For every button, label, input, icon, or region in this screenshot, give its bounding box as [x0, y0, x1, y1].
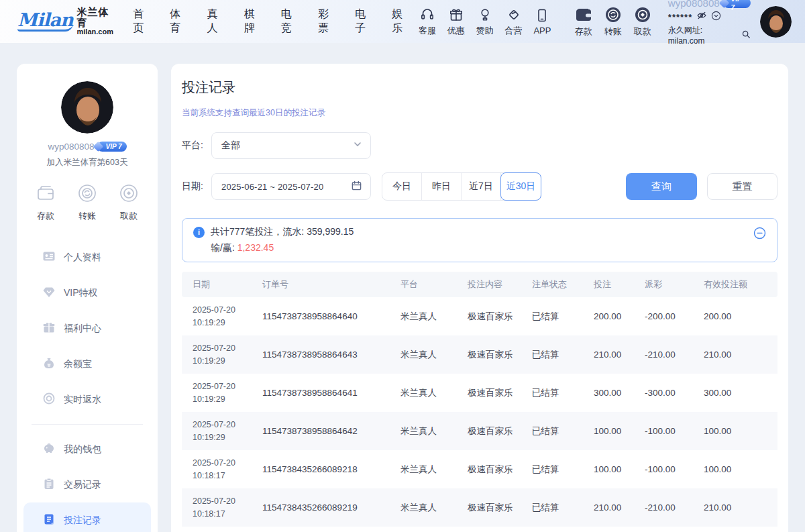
chevron-down-icon: [353, 140, 362, 152]
page: Milan 米兰体育 milan.com 首页 体育 真人 棋牌 电竞 彩票 电…: [0, 0, 805, 532]
phone-icon: [534, 7, 550, 23]
sponsor-button[interactable]: 赞助: [470, 7, 499, 37]
sidebar-menu: 个人资料 VIP特权 福利中心 余额宝: [17, 240, 158, 532]
withdraw-icon: [634, 6, 651, 23]
partner-button[interactable]: 合营: [499, 7, 528, 37]
col-payout: 派彩: [639, 272, 698, 297]
header-username: wyp080808: [668, 0, 720, 9]
piggy-icon: [42, 441, 56, 457]
col-platform: 平台: [395, 272, 462, 297]
platform-selected-value: 全部: [221, 140, 353, 152]
transfer-button[interactable]: 转账: [598, 6, 628, 38]
sidebar-item-transactions[interactable]: 交易记录: [17, 467, 158, 502]
wallet-icon: [36, 183, 56, 206]
sidebar-item-vip[interactable]: VIP特权: [17, 275, 158, 311]
sidebar-avatar[interactable]: [61, 81, 113, 134]
range-7days-button[interactable]: 近7日: [462, 173, 501, 200]
bet-records-table: 日期 订单号 平台 投注内容 注单状态 投注 派彩 有效投注额 2025-07-…: [182, 272, 777, 527]
date-label: 日期:: [182, 180, 211, 193]
sponsor-icon: [477, 7, 493, 23]
sidebar-item-bet-records[interactable]: 投注记录: [23, 502, 151, 532]
sidebar-item-wallet[interactable]: 我的钱包: [17, 431, 158, 467]
summary-winloss-value: 1,232.45: [237, 242, 274, 253]
nav-item-live[interactable]: 真人: [207, 7, 228, 36]
wallet-actions: 存款 转账 取款: [569, 6, 657, 38]
sidebar-divider: [32, 424, 143, 425]
chevron-circle-icon[interactable]: [711, 11, 721, 25]
sidebar-item-welfare[interactable]: 福利中心: [17, 311, 158, 346]
deposit-button[interactable]: 存款: [569, 6, 598, 38]
rebate-icon: [42, 392, 56, 407]
nav-item-lottery[interactable]: 彩票: [318, 7, 339, 36]
col-status: 注单状态: [527, 272, 588, 297]
moneybag-icon: [42, 356, 56, 372]
logo-script-text: Milan: [17, 11, 73, 32]
withdraw-button[interactable]: 取款: [628, 6, 657, 38]
gift-icon: [42, 321, 56, 336]
eye-slash-icon[interactable]: [696, 10, 707, 25]
user-info-block: wyp080808 VIP 7 ****** 永久网址: milan.com: [668, 0, 751, 46]
magnifier-icon[interactable]: [741, 30, 751, 42]
promotions-button[interactable]: 优惠: [441, 7, 470, 37]
document-icon: [42, 513, 56, 528]
date-range-input[interactable]: 2025-06-21 ~ 2025-07-20: [211, 173, 371, 200]
gift-icon: [448, 7, 464, 23]
masked-balance: ******: [668, 12, 692, 23]
sidebar-withdraw-button[interactable]: 取款: [119, 183, 139, 222]
range-30days-button[interactable]: 近30日: [500, 172, 541, 201]
withdraw-icon: [119, 183, 139, 206]
sidebar-item-rebate[interactable]: 实时返水: [17, 382, 158, 417]
logo-domain-text: milan.com: [77, 28, 119, 36]
customer-service-button[interactable]: 客服: [413, 7, 442, 37]
page-subtitle: 当前系统支持查询最近30日的投注记录: [182, 107, 777, 119]
summary-line2-label: 输/赢:: [211, 242, 237, 253]
col-date: 日期: [182, 272, 257, 297]
header-right: 客服 优惠 赞助 合营: [413, 0, 792, 46]
headset-icon: [419, 7, 435, 23]
platform-select[interactable]: 全部: [211, 132, 371, 159]
nav-item-casino[interactable]: 娱乐: [392, 7, 413, 36]
sidebar-deposit-button[interactable]: 存款: [36, 183, 56, 222]
date-filter-row: 日期: 2025-06-21 ~ 2025-07-20 今日 昨日 近7日 近3…: [182, 172, 777, 201]
vip-icon: [42, 285, 56, 301]
main-panel: 投注记录 当前系统支持查询最近30日的投注记录 平台: 全部 日期: 2025-…: [171, 64, 788, 532]
sidebar-item-profile[interactable]: 个人资料: [17, 240, 158, 275]
platform-filter-row: 平台: 全部: [182, 132, 777, 159]
wallet-icon: [575, 6, 592, 23]
quick-range-group: 今日 昨日 近7日 近30日: [382, 172, 541, 201]
partner-icon: [506, 7, 522, 23]
table-row: 2025-07-2010:18:17 1154738435266089218 米…: [182, 450, 777, 488]
table-row: 2025-07-2010:18:17 1154738435266089219 米…: [182, 488, 777, 527]
nav-item-slots[interactable]: 电子: [355, 7, 376, 36]
calendar-icon: [351, 180, 362, 194]
col-order: 订单号: [257, 272, 395, 297]
id-card-icon: [42, 250, 56, 265]
sidebar: wyp080808 VIP 7 加入米兰体育第603天 存款 转账: [17, 64, 158, 532]
nav-item-esports[interactable]: 电竞: [281, 7, 302, 36]
nav-item-sports[interactable]: 体育: [170, 7, 191, 36]
sidebar-item-yuebao[interactable]: 余额宝: [17, 346, 158, 382]
reset-button[interactable]: 重置: [707, 173, 777, 200]
platform-label: 平台:: [182, 140, 211, 152]
vip-badge: VIP 7: [723, 0, 751, 8]
brand-logo[interactable]: Milan 米兰体育 milan.com: [17, 7, 118, 36]
range-today-button[interactable]: 今日: [382, 173, 422, 200]
permanent-url-text: 永久网址: milan.com: [668, 25, 739, 46]
sidebar-transfer-button[interactable]: 转账: [77, 183, 97, 222]
table-row: 2025-07-2010:19:29 1154738738958864640 米…: [182, 297, 777, 335]
search-button[interactable]: 查询: [626, 173, 697, 200]
clipboard-icon: [42, 477, 56, 492]
range-yesterday-button[interactable]: 昨日: [422, 173, 462, 200]
collapse-icon[interactable]: [753, 227, 766, 242]
table-row: 2025-07-2010:19:29 1154738738958864641 米…: [182, 374, 777, 412]
user-avatar[interactable]: [760, 6, 792, 38]
col-valid: 有效投注额: [698, 272, 777, 297]
nav-item-home[interactable]: 首页: [133, 7, 154, 36]
transfer-icon: [604, 6, 622, 23]
date-range-value: 2025-06-21 ~ 2025-07-20: [221, 182, 351, 192]
col-bet: 投注: [588, 272, 639, 297]
nav-item-cards[interactable]: 棋牌: [244, 7, 265, 36]
table-header-row: 日期 订单号 平台 投注内容 注单状态 投注 派彩 有效投注额: [182, 272, 777, 297]
app-download-button[interactable]: APP: [528, 7, 557, 36]
logo-cn-text: 米兰体育: [77, 7, 119, 28]
